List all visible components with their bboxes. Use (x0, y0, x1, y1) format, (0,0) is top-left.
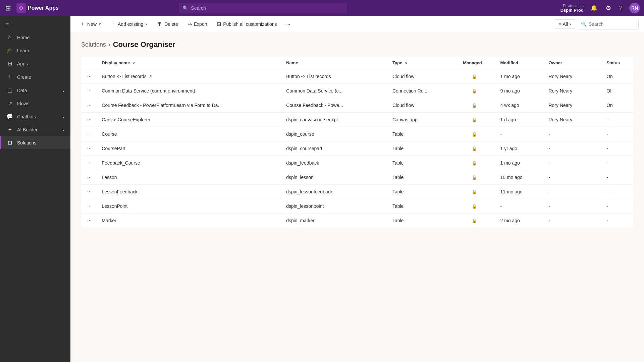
row-status: - (602, 214, 633, 228)
sidebar-item-apps[interactable]: ⊞ Apps (0, 57, 70, 70)
row-type: Table (388, 141, 452, 156)
sidebar-item-data[interactable]: ◫ Data ∨ (0, 84, 70, 97)
row-owner: - (544, 214, 602, 228)
lock-icon: 🔒 (472, 204, 477, 209)
type-sort-icon: ∨ (405, 61, 407, 65)
lock-icon: 🔒 (472, 74, 477, 79)
display-name-link[interactable]: Common Data Service (current environment… (102, 88, 278, 94)
row-type: Table (388, 185, 452, 199)
delete-button[interactable]: 🗑 Delete (153, 19, 182, 29)
row-status: - (602, 141, 633, 156)
display-name-link[interactable]: Marker (102, 218, 278, 223)
table-row: ···Course Feedback - PowerPlatformLearn … (81, 98, 633, 113)
data-icon: ◫ (6, 87, 13, 94)
row-modified: 1 mo ago (496, 156, 544, 170)
row-owner: - (544, 170, 602, 185)
search-input[interactable] (179, 3, 347, 13)
avatar[interactable]: RN (629, 3, 640, 13)
display-name-link[interactable]: Button -> List records↗ (102, 74, 278, 79)
filter-button[interactable]: ≡ All ∨ (555, 19, 575, 29)
sidebar-item-solutions[interactable]: ⊡ Solutions (0, 136, 70, 149)
sidebar-item-chatbots[interactable]: 💬 Chatbots ∨ (0, 110, 70, 123)
add-existing-button[interactable]: ＋ Add existing ∨ (106, 18, 152, 29)
add-existing-icon: ＋ (110, 20, 116, 27)
col-header-name[interactable]: Name (282, 57, 388, 69)
sidebar-collapse-button[interactable]: ≡ (0, 19, 70, 31)
create-icon: ＋ (6, 73, 13, 80)
display-name-link[interactable]: CanvasCourseExplorer (102, 117, 278, 122)
col-header-actions (81, 57, 98, 69)
row-more-button[interactable]: ··· (85, 73, 94, 80)
breadcrumb-solutions-link[interactable]: Solutions (81, 41, 106, 48)
ai-builder-chevron-icon: ∨ (62, 127, 65, 132)
app-title: Power Apps (28, 5, 59, 11)
breadcrumb-current: Course Organiser (113, 40, 175, 49)
sidebar-item-flows[interactable]: ↗ Flows (0, 97, 70, 110)
display-name-link[interactable]: LessonPoint (102, 203, 278, 209)
row-more-button[interactable]: ··· (85, 145, 94, 152)
col-header-status[interactable]: Status (602, 57, 633, 69)
row-modified: - (496, 127, 544, 141)
toolbar: ＋ New ∨ ＋ Add existing ∨ 🗑 Delete ↦ Expo… (70, 16, 644, 32)
display-name-link[interactable]: Feedback_Course (102, 160, 278, 166)
col-header-owner[interactable]: Owner (544, 57, 602, 69)
row-more-button[interactable]: ··· (85, 116, 94, 123)
row-name: Course Feedback - Powe... (282, 98, 388, 113)
display-name-link[interactable]: LessonFeedback (102, 189, 278, 194)
display-name-link[interactable]: Course Feedback - PowerPlatformLearn via… (102, 103, 278, 108)
settings-icon[interactable]: ⚙ (604, 3, 612, 13)
display-name-link[interactable]: CoursePart (102, 146, 278, 151)
publish-icon: ⊞ (217, 21, 221, 27)
col-header-managed[interactable]: Managed... (452, 57, 496, 69)
sidebar-item-home[interactable]: ⌂ Home (0, 31, 70, 44)
row-managed: 🔒 (452, 156, 496, 170)
row-name: dspin_lessonpoint (282, 199, 388, 214)
new-button[interactable]: ＋ New ∨ (76, 18, 105, 29)
sidebar-item-ai-builder[interactable]: ✦ AI Builder ∨ (0, 123, 70, 136)
row-type: Table (388, 199, 452, 214)
row-managed: 🔒 (452, 127, 496, 141)
row-more-button[interactable]: ··· (85, 102, 94, 109)
row-name: Button -> List records (282, 69, 388, 84)
table-row: ···Coursedspin_courseTable🔒--- (81, 127, 633, 141)
display-name-link[interactable]: Lesson (102, 175, 278, 180)
row-more-button[interactable]: ··· (85, 202, 94, 210)
row-name: dspin_feedback (282, 156, 388, 170)
row-more-button[interactable]: ··· (85, 130, 94, 138)
row-modified: - (496, 199, 544, 214)
row-managed: 🔒 (452, 84, 496, 98)
row-modified: 10 mo ago (496, 170, 544, 185)
notifications-icon[interactable]: 🔔 (589, 3, 599, 13)
filter-chevron-icon: ∨ (569, 22, 572, 26)
top-nav-right: Environment Dspin Prod 🔔 ⚙ ? RN (560, 3, 640, 13)
toolbar-search-icon: 🔍 (581, 21, 587, 27)
row-managed: 🔒 (452, 170, 496, 185)
new-icon: ＋ (80, 20, 85, 27)
solutions-table: Display name ∨ Name Type ∨ Managed... (81, 57, 633, 228)
col-header-display-name[interactable]: Display name ∨ (98, 57, 282, 69)
col-header-modified[interactable]: Modified (496, 57, 544, 69)
help-icon[interactable]: ? (618, 3, 624, 13)
row-managed: 🔒 (452, 69, 496, 84)
row-more-button[interactable]: ··· (85, 159, 94, 167)
export-button[interactable]: ↦ Export (183, 19, 211, 29)
row-owner: - (544, 156, 602, 170)
more-button[interactable]: ··· (282, 19, 294, 29)
display-name-link[interactable]: Course (102, 131, 278, 137)
waffle-icon[interactable]: ⊞ (4, 3, 12, 13)
sidebar-item-learn[interactable]: 🎓 Learn (0, 44, 70, 57)
add-existing-chevron-icon: ∨ (145, 22, 148, 26)
lock-icon: 🔒 (472, 117, 477, 122)
environment-name: Dspin Prod (560, 8, 584, 13)
toolbar-right: ≡ All ∨ 🔍 (555, 19, 639, 29)
toolbar-search-input[interactable] (589, 21, 636, 27)
table-body: ···Button -> List records↗Button -> List… (81, 69, 633, 228)
publish-button[interactable]: ⊞ Publish all customizations (213, 19, 281, 29)
row-more-button[interactable]: ··· (85, 217, 94, 224)
sidebar-item-create[interactable]: ＋ Create (0, 70, 70, 84)
row-more-button[interactable]: ··· (85, 87, 94, 95)
row-more-button[interactable]: ··· (85, 188, 94, 195)
col-header-type[interactable]: Type ∨ (388, 57, 452, 69)
row-managed: 🔒 (452, 185, 496, 199)
row-more-button[interactable]: ··· (85, 174, 94, 181)
